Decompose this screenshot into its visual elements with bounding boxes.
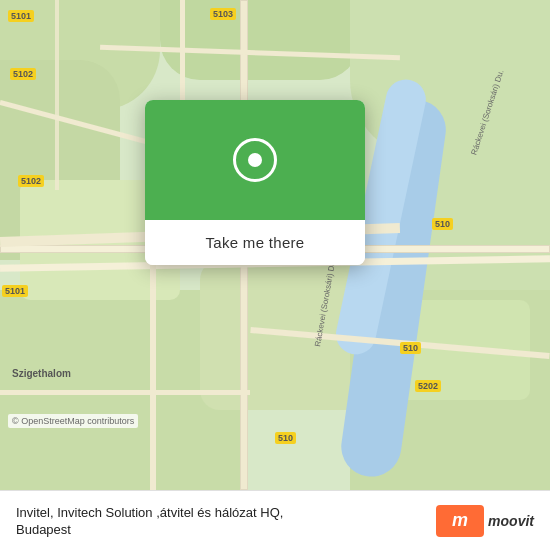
road-bottom-h [0, 390, 250, 395]
moovit-text: moovit [488, 513, 534, 529]
place-label-szigethalom: Szigethalom [12, 368, 71, 379]
road-label-5102-top: 5102 [10, 68, 36, 80]
terrain-patch-2 [160, 0, 360, 80]
moovit-logo: m moovit [436, 505, 534, 537]
footer-info: Invitel, Invitech Solution ,átvitel és h… [16, 505, 283, 537]
road-v-left [55, 0, 59, 190]
popup-card: Take me there [145, 100, 365, 265]
road-label-5202: 5202 [415, 380, 441, 392]
road-label-5101-top: 5101 [8, 10, 34, 22]
map-container: 5103 5102 5102 5101 5101 510 510 510 520… [0, 0, 550, 490]
road-label-510-top: 510 [432, 218, 453, 230]
popup-header [145, 100, 365, 220]
footer-location-subtitle: Budapest [16, 522, 283, 537]
footer-location-title: Invitel, Invitech Solution ,átvitel és h… [16, 505, 283, 520]
location-pin [233, 138, 277, 182]
road-label-510-mid: 510 [400, 342, 421, 354]
road-label-510-bot: 510 [275, 432, 296, 444]
take-me-there-button[interactable]: Take me there [145, 220, 365, 265]
road-label-5101-bot: 5101 [2, 285, 28, 297]
osm-attribution: © OpenStreetMap contributors [8, 414, 138, 428]
moovit-icon: m [436, 505, 484, 537]
road-label-5102-mid: 5102 [18, 175, 44, 187]
road-label-5103: 5103 [210, 8, 236, 20]
footer: Invitel, Invitech Solution ,átvitel és h… [0, 490, 550, 550]
